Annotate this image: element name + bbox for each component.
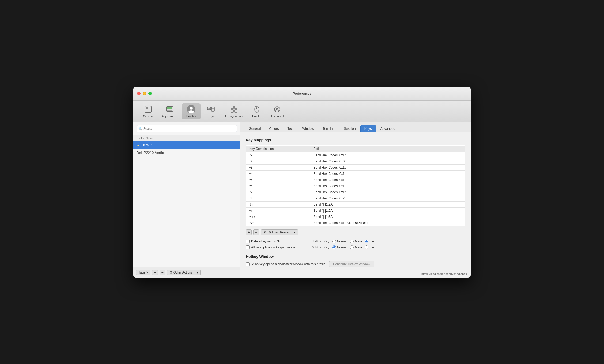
hotkey-checkbox[interactable] — [246, 262, 250, 266]
traffic-lights — [137, 92, 152, 95]
toolbar-item-appearance[interactable]: Appearance — [158, 103, 181, 119]
table-row[interactable]: ^8 Send Hex Codes: 0x7f — [246, 195, 465, 201]
key-cell: ⌥↑ — [246, 220, 310, 226]
key-mappings-title: Key Mappings — [246, 138, 465, 142]
sidebar: 🔍 Profile Name ★ Default Dell-P2210-Vert… — [133, 122, 240, 278]
left-key-row: Left ⌥ Key: Normal Meta — [306, 240, 377, 243]
table-row[interactable]: ^4 Send Hex Codes: 0x1c — [246, 170, 465, 177]
load-preset-button[interactable]: ⚙ ⚙ Load Preset... ▾ — [261, 229, 298, 235]
right-meta-radio[interactable]: Meta — [350, 245, 362, 249]
preferences-window: Preferences General — [133, 87, 471, 278]
add-profile-button[interactable]: + — [152, 270, 158, 275]
tab-colors[interactable]: Colors — [265, 125, 283, 132]
right-normal-radio[interactable]: Normal — [332, 245, 348, 249]
remove-profile-button[interactable]: − — [160, 270, 165, 275]
svg-point-19 — [256, 108, 257, 109]
toolbar-item-general[interactable]: General — [139, 103, 157, 119]
window-title: Preferences — [293, 92, 311, 96]
profile-label-default: Default — [141, 143, 152, 147]
tab-general[interactable]: General — [245, 125, 265, 132]
tab-text[interactable]: Text — [284, 125, 298, 132]
table-row[interactable]: ^⇧↑ Send ^[ [1;6A — [246, 214, 465, 220]
right-escplus-radio[interactable]: Esc+ — [365, 245, 377, 249]
table-header-action: Action — [310, 145, 465, 152]
left-key-label: Left ⌥ Key: — [306, 240, 330, 243]
tab-advanced[interactable]: Advanced — [376, 125, 399, 132]
other-actions-button[interactable]: ⚙ Other Actions... ▾ — [167, 270, 201, 275]
keypad-checkbox-row[interactable]: Allow application keypad mode — [246, 245, 295, 249]
profile-item-dell[interactable]: Dell-P2210-Vertical — [133, 149, 240, 157]
toolbar-item-profiles[interactable]: Profiles — [182, 103, 201, 119]
other-actions-label: Other Actions... — [173, 271, 195, 274]
table-row[interactable]: ^↑ Send ^[ [1;5A — [246, 207, 465, 214]
action-cell: Send Hex Codes: 0x1f — [310, 189, 465, 195]
key-cell: ^7 — [246, 189, 310, 195]
left-normal-radio[interactable]: Normal — [332, 240, 348, 243]
svg-point-7 — [190, 107, 193, 110]
tab-terminal[interactable]: Terminal — [319, 125, 339, 132]
tab-keys[interactable]: Keys — [360, 125, 376, 132]
left-key-radio-group: Normal Meta Esc+ — [332, 240, 377, 243]
svg-line-27 — [278, 110, 279, 111]
toolbar-label-advanced: Advanced — [270, 115, 284, 118]
key-cell: ^4 — [246, 170, 310, 177]
table-row[interactable]: ⇧↑ Send ^[ [1;2A — [246, 201, 465, 207]
hotkey-label: A hotkey opens a dedicated window with t… — [252, 262, 326, 266]
table-row[interactable]: ^7 Send Hex Codes: 0x1f — [246, 189, 465, 195]
configure-hotkey-button[interactable]: Configure Hotkey Window — [329, 261, 374, 267]
svg-rect-11 — [211, 107, 214, 111]
toolbar-item-keys[interactable]: ⌘ Keys — [202, 103, 220, 119]
table-row[interactable]: ^5 Send Hex Codes: 0x1d — [246, 177, 465, 183]
load-preset-icon: ⚙ — [264, 230, 267, 234]
delete-key-checkbox[interactable] — [246, 240, 250, 243]
add-keymapping-button[interactable]: + — [246, 229, 252, 235]
svg-line-26 — [275, 107, 276, 108]
table-row[interactable]: ^- Send Hex Codes: 0x1f — [246, 152, 465, 158]
svg-rect-15 — [231, 110, 233, 112]
left-meta-radio[interactable]: Meta — [350, 240, 362, 243]
minimize-button[interactable] — [143, 92, 146, 95]
svg-point-8 — [188, 110, 194, 113]
tags-button[interactable]: Tags > — [136, 270, 150, 275]
profile-list-header: Profile Name — [133, 135, 240, 141]
action-cell: Send ^[ [1;6A — [310, 214, 465, 220]
svg-rect-3 — [146, 111, 149, 111]
tab-window[interactable]: Window — [298, 125, 318, 132]
left-escplus-radio[interactable]: Esc+ — [365, 240, 377, 243]
remove-keymapping-button[interactable]: − — [253, 229, 259, 235]
svg-rect-6 — [167, 110, 172, 111]
arrangements-icon — [230, 105, 238, 113]
table-row[interactable]: ^2 Send Hex Codes: 0x00 — [246, 158, 465, 164]
load-preset-arrow: ▾ — [294, 230, 295, 234]
close-button[interactable] — [137, 92, 141, 95]
general-icon — [144, 105, 152, 113]
tab-session[interactable]: Session — [340, 125, 360, 132]
key-cell: ^8 — [246, 195, 310, 201]
action-cell: Send ^[ [1;2A — [310, 201, 465, 207]
key-cell: ⇧↑ — [246, 201, 310, 207]
main-content: 🔍 Profile Name ★ Default Dell-P2210-Vert… — [133, 122, 471, 278]
key-options: Left ⌥ Key: Normal Meta — [306, 240, 377, 249]
svg-line-28 — [278, 107, 279, 108]
maximize-button[interactable] — [148, 92, 152, 95]
action-cell: Send Hex Codes: 0x1e — [310, 183, 465, 189]
delete-key-checkbox-row[interactable]: Delete key sends ^H — [246, 240, 295, 243]
table-row[interactable]: ⌥↑ Send Hex Codes: 0x1b 0x1b 0x5b 0x41 — [246, 220, 465, 226]
detail-panel: General Colors Text Window Terminal Sess… — [240, 122, 471, 278]
table-row[interactable]: ^3 Send Hex Codes: 0x1b — [246, 164, 465, 170]
toolbar-item-arrangements[interactable]: Arrangements — [221, 103, 246, 119]
toolbar-item-advanced[interactable]: Advanced — [267, 103, 287, 119]
profile-list: ★ Default Dell-P2210-Vertical — [133, 141, 240, 267]
load-preset-label: ⚙ Load Preset... — [268, 230, 292, 234]
table-actions: + − ⚙ ⚙ Load Preset... ▾ — [246, 229, 465, 235]
action-cell: Send Hex Codes: 0x1c — [310, 170, 465, 177]
toolbar: General Appearance — [133, 101, 471, 122]
profile-item-default[interactable]: ★ Default — [133, 141, 240, 149]
keypad-checkbox[interactable] — [246, 245, 250, 249]
svg-rect-1 — [146, 107, 148, 109]
toolbar-item-pointer[interactable]: Pointer — [247, 103, 266, 119]
svg-rect-2 — [146, 110, 150, 110]
toolbar-label-pointer: Pointer — [252, 115, 262, 118]
search-input[interactable] — [137, 125, 237, 132]
table-row[interactable]: ^6 Send Hex Codes: 0x1e — [246, 183, 465, 189]
